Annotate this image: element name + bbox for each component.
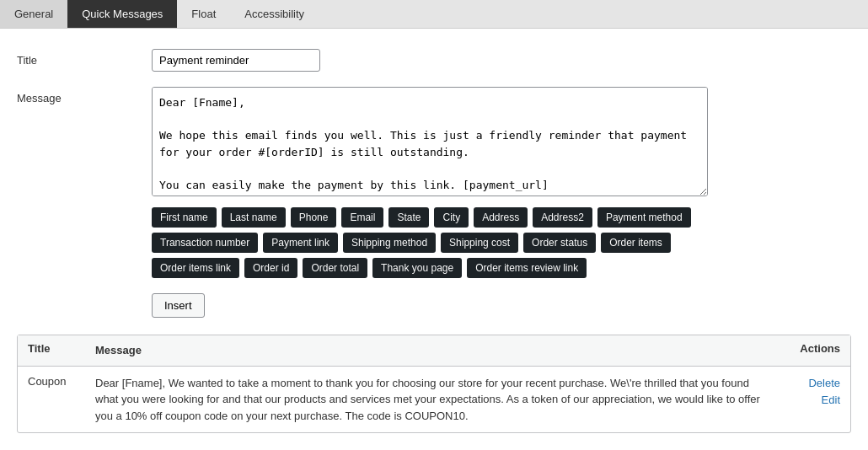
row-message: Dear [Fname], We wanted to take a moment… — [95, 375, 773, 425]
delete-link[interactable]: Delete — [773, 375, 840, 393]
tag-shipping-cost[interactable]: Shipping cost — [441, 233, 518, 253]
tag-payment-link[interactable]: Payment link — [263, 233, 338, 253]
quick-messages-table: Title Message Actions Coupon Dear [Fname… — [17, 335, 851, 433]
tag-order-items-review-link[interactable]: Order items review link — [467, 258, 587, 278]
tags-container: First nameLast namePhoneEmailStateCityAd… — [152, 207, 708, 278]
tag-order-status[interactable]: Order status — [523, 233, 596, 253]
tag-address[interactable]: Address — [474, 207, 528, 228]
row-title: Coupon — [28, 375, 95, 388]
message-field: Dear [Fname], We hope this email finds y… — [152, 87, 851, 278]
message-textarea[interactable]: Dear [Fname], We hope this email finds y… — [152, 87, 708, 196]
tag-shipping-method[interactable]: Shipping method — [343, 233, 436, 253]
tag-first-name[interactable]: First name — [152, 207, 217, 228]
tag-thank-you-page[interactable]: Thank you page — [372, 258, 462, 278]
title-input[interactable] — [152, 49, 320, 72]
tab-bar: General Quick Messages Float Accessibili… — [0, 0, 868, 29]
title-row: Title — [17, 49, 851, 72]
tab-quick-messages[interactable]: Quick Messages — [67, 0, 177, 28]
tag-address2[interactable]: Address2 — [533, 207, 592, 228]
tag-transaction-number[interactable]: Transaction number — [152, 233, 258, 253]
tab-accessibility[interactable]: Accessibility — [230, 0, 319, 28]
tag-order-items[interactable]: Order items — [601, 233, 671, 253]
title-label: Title — [17, 49, 152, 67]
table-header: Title Message Actions — [18, 335, 850, 367]
tag-payment-method[interactable]: Payment method — [597, 207, 691, 228]
tag-city[interactable]: City — [434, 207, 469, 228]
tag-phone[interactable]: Phone — [291, 207, 337, 228]
tab-float[interactable]: Float — [177, 0, 230, 28]
edit-link[interactable]: Edit — [773, 392, 840, 410]
col-header-message: Message — [95, 342, 773, 359]
message-label: Message — [17, 87, 152, 104]
tag-order-total[interactable]: Order total — [303, 258, 367, 278]
main-content: Title Message Dear [Fname], We hope this… — [0, 29, 868, 450]
row-actions: Delete Edit — [773, 375, 840, 410]
tag-order-items-link[interactable]: Order items link — [152, 258, 239, 278]
col-header-title: Title — [28, 342, 95, 359]
message-row: Message Dear [Fname], We hope this email… — [17, 87, 851, 278]
col-header-actions: Actions — [773, 342, 840, 359]
tag-state[interactable]: State — [388, 207, 429, 228]
insert-button[interactable]: Insert — [152, 293, 205, 318]
tag-last-name[interactable]: Last name — [222, 207, 286, 228]
tab-general[interactable]: General — [0, 0, 67, 28]
title-field — [152, 49, 851, 72]
tag-email[interactable]: Email — [341, 207, 383, 228]
tag-order-id[interactable]: Order id — [244, 258, 297, 278]
table-row: Coupon Dear [Fname], We wanted to take a… — [18, 367, 850, 433]
